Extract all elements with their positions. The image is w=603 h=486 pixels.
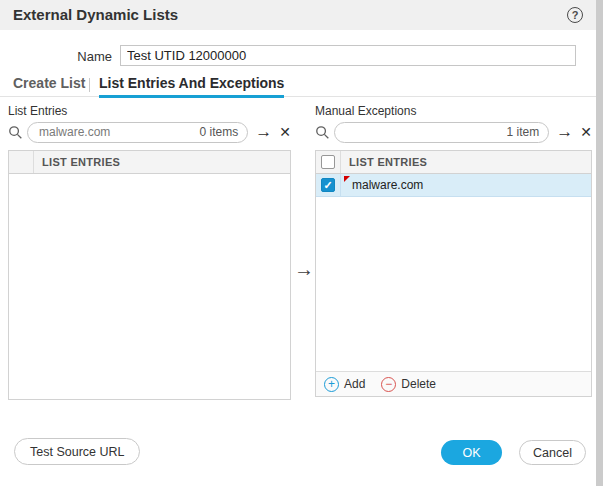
table-row[interactable]: ✓ malware.com	[316, 174, 591, 197]
list-entries-search-row: 0 items → ✕	[8, 120, 291, 144]
add-button[interactable]: + Add	[324, 377, 365, 392]
move-to-exceptions-icon[interactable]: →	[294, 258, 314, 281]
list-entries-column-header: LIST ENTRIES	[34, 151, 290, 173]
name-label: Name	[0, 49, 112, 64]
delete-label: Delete	[401, 377, 436, 391]
manual-exceptions-table-body	[316, 197, 591, 371]
list-entries-search-input[interactable]	[37, 124, 196, 140]
tab-create-list[interactable]: Create List	[13, 75, 85, 91]
entry-name-text: malware.com	[352, 178, 423, 192]
external-dynamic-lists-dialog: External Dynamic Lists ? Name Create Lis…	[0, 0, 596, 486]
tab-separator	[89, 78, 90, 92]
add-icon: +	[324, 377, 339, 392]
list-entries-apply-filter-icon[interactable]: →	[255, 122, 272, 142]
dialog-header: External Dynamic Lists ?	[0, 0, 596, 30]
tab-bar: Create List List Entries And Exceptions	[0, 72, 596, 97]
delete-icon: −	[381, 377, 396, 392]
test-source-url-button[interactable]: Test Source URL	[14, 438, 140, 465]
manual-exceptions-search-input[interactable]	[344, 124, 503, 140]
list-entries-table: LIST ENTRIES	[8, 150, 291, 400]
manual-exceptions-panel-title: Manual Exceptions	[315, 104, 416, 118]
manual-exceptions-table: LIST ENTRIES ✓ malware.com + Add − Delet…	[315, 150, 592, 397]
modified-marker-icon	[344, 176, 350, 182]
manual-exceptions-footer: + Add − Delete	[316, 371, 591, 396]
search-icon	[8, 125, 23, 140]
tab-list-entries-and-exceptions[interactable]: List Entries And Exceptions	[99, 75, 284, 98]
row-checkbox[interactable]: ✓	[321, 178, 335, 192]
manual-exceptions-search-pill: 1 item	[334, 122, 549, 143]
select-all-checkbox[interactable]	[321, 155, 335, 169]
ok-button[interactable]: OK	[441, 440, 502, 465]
list-entries-clear-filter-icon[interactable]: ✕	[279, 122, 291, 142]
cancel-button[interactable]: Cancel	[519, 440, 586, 465]
manual-exceptions-column-header: LIST ENTRIES	[341, 151, 591, 173]
header-spacer-cell	[9, 151, 34, 173]
list-entries-table-header: LIST ENTRIES	[9, 151, 290, 174]
header-checkbox-cell	[316, 151, 341, 173]
manual-exceptions-clear-filter-icon[interactable]: ✕	[580, 122, 592, 142]
search-icon	[315, 125, 330, 140]
manual-exceptions-count: 1 item	[507, 125, 540, 139]
manual-exceptions-table-header: LIST ENTRIES	[316, 151, 591, 174]
list-entries-search-pill: 0 items	[27, 122, 248, 143]
name-input[interactable]	[120, 45, 576, 66]
add-label: Add	[344, 377, 365, 391]
list-entries-table-body	[9, 174, 290, 399]
list-entries-panel-title: List Entries	[8, 104, 67, 118]
delete-button[interactable]: − Delete	[381, 377, 436, 392]
manual-exceptions-apply-filter-icon[interactable]: →	[556, 122, 573, 142]
list-entries-count: 0 items	[200, 125, 239, 139]
help-icon[interactable]: ?	[567, 7, 583, 23]
dialog-title: External Dynamic Lists	[13, 6, 178, 23]
manual-exceptions-search-row: 1 item → ✕	[315, 120, 592, 144]
row-checkbox-cell: ✓	[316, 174, 341, 196]
row-entry-name: malware.com	[341, 174, 591, 196]
